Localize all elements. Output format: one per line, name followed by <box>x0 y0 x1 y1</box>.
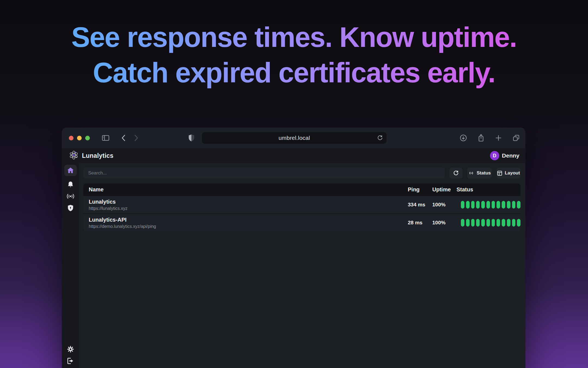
sidebar-item-notifications[interactable] <box>67 181 74 188</box>
monitor-url: https://lunalytics.xyz <box>89 206 408 211</box>
sidebar-item-settings[interactable] <box>67 346 74 353</box>
table-header: Name Ping Uptime Status <box>83 183 520 195</box>
table-row[interactable]: Lunalytics-API https://demo.lunalytics.x… <box>83 213 520 231</box>
zoom-window-button[interactable] <box>85 136 90 140</box>
column-header-name: Name <box>83 186 408 193</box>
layout-icon <box>497 171 502 176</box>
sidebar-item-security[interactable] <box>67 204 74 212</box>
status-bars <box>461 201 520 209</box>
tab-overview-icon[interactable] <box>512 134 520 142</box>
browser-window: umbrel.local <box>62 128 525 368</box>
controls-row: Status Layout <box>83 168 520 179</box>
gear-icon <box>67 346 74 353</box>
new-tab-icon[interactable] <box>495 134 502 141</box>
user-menu[interactable]: D Denny <box>490 151 519 160</box>
app-brand[interactable]: Lunalytics <box>68 150 114 162</box>
column-header-status: Status <box>457 186 520 193</box>
address-text: umbrel.local <box>278 135 310 141</box>
bell-icon <box>67 181 74 188</box>
monitor-ping: 28 ms <box>408 220 432 226</box>
forward-button-icon[interactable] <box>133 134 139 141</box>
hero-headline: See response times. Know uptime. Catch e… <box>0 20 588 91</box>
status-bars <box>461 219 520 227</box>
marketing-screenshot: See response times. Know uptime. Catch e… <box>0 0 588 368</box>
refresh-button[interactable] <box>449 168 463 179</box>
monitor-url: https://demo.lunalytics.xyz/api/ping <box>89 224 408 229</box>
monitor-ping: 334 ms <box>408 202 432 208</box>
monitor-uptime: 100% <box>432 220 457 226</box>
refresh-icon <box>453 170 459 176</box>
table-row[interactable]: Lunalytics https://lunalytics.xyz 334 ms… <box>83 195 520 213</box>
window-controls <box>69 136 90 140</box>
sidebar-bottom <box>67 346 74 364</box>
broadcast-icon <box>66 193 75 200</box>
monitor-name: Lunalytics <box>89 199 408 205</box>
monitor-name: Lunalytics-API <box>89 217 408 223</box>
user-name: Denny <box>502 152 519 159</box>
hero-line-1: See response times. Know uptime. <box>71 20 517 55</box>
main-content: Status Layout Name Ping <box>79 163 525 368</box>
privacy-shield-icon[interactable] <box>188 134 195 142</box>
reload-icon[interactable] <box>377 134 383 141</box>
browser-toolbar: umbrel.local <box>62 128 525 148</box>
logout-icon <box>67 358 74 364</box>
sidebar-nav <box>62 163 79 368</box>
downloads-icon[interactable] <box>460 134 467 142</box>
layout-button-label: Layout <box>505 170 520 176</box>
browser-toolbar-right <box>460 128 520 148</box>
monitors-table: Name Ping Uptime Status Lunalytics https… <box>83 183 520 231</box>
address-bar[interactable]: umbrel.local <box>202 132 387 144</box>
search-input[interactable] <box>83 168 445 179</box>
shield-lock-icon <box>67 204 74 212</box>
share-icon[interactable] <box>477 134 485 142</box>
monitor-uptime: 100% <box>432 202 457 208</box>
user-avatar[interactable]: D <box>490 151 499 160</box>
lunalytics-logo-icon <box>68 150 79 162</box>
sidebar-item-status-pages[interactable] <box>66 193 75 200</box>
column-header-ping: Ping <box>408 186 432 193</box>
minimize-window-button[interactable] <box>77 136 82 140</box>
status-button-label: Status <box>477 170 491 176</box>
sidebar-item-logout[interactable] <box>67 358 74 364</box>
app-title: Lunalytics <box>82 152 114 159</box>
status-broadcast-icon <box>468 171 474 176</box>
layout-button[interactable]: Layout <box>497 168 520 179</box>
close-window-button[interactable] <box>69 136 74 140</box>
app-header: Lunalytics D Denny <box>62 148 525 163</box>
sidebar-item-home[interactable] <box>64 165 77 176</box>
sidebar-toggle-icon[interactable] <box>102 135 109 141</box>
back-button-icon[interactable] <box>121 134 126 141</box>
column-header-uptime: Uptime <box>432 186 457 193</box>
status-button[interactable]: Status <box>467 168 492 179</box>
home-icon <box>67 167 74 174</box>
hero-line-2: Catch expired certificates early. <box>93 55 495 91</box>
